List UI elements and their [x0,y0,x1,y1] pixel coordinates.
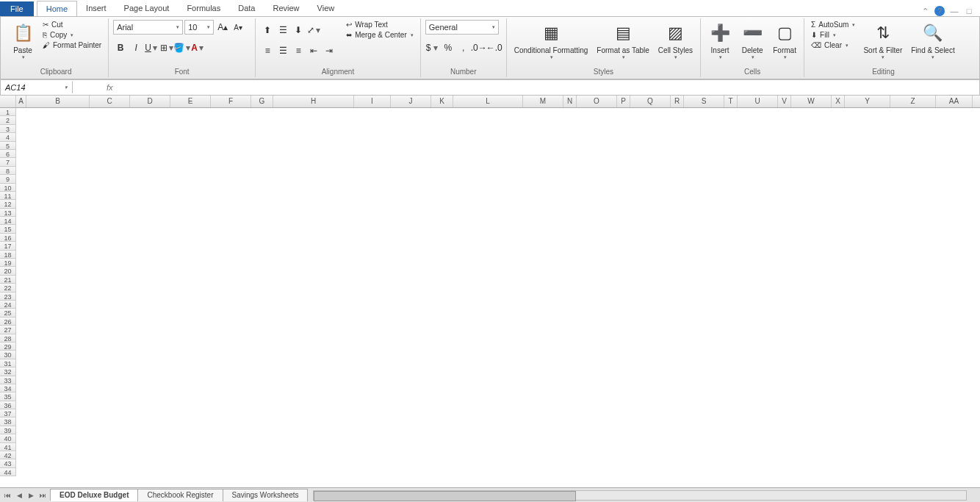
col-header-J[interactable]: J [391,96,431,107]
align-right-icon[interactable]: ≡ [291,43,306,58]
row-header-14[interactable]: 14 [0,217,16,225]
col-header-H[interactable]: H [273,96,354,107]
tab-data[interactable]: Data [229,1,264,16]
sheet-tab-savings-worksheets[interactable]: Savings Worksheets [223,489,309,501]
paste-button[interactable]: 📋 Paste▾ [8,20,37,62]
row-header-24[interactable]: 24 [0,301,16,309]
col-header-R[interactable]: R [671,96,684,107]
row-header-42[interactable]: 42 [0,451,16,459]
grow-font-icon[interactable]: A▴ [215,22,230,32]
decrease-decimal-icon[interactable]: ←.0 [487,40,502,55]
row-header-12[interactable]: 12 [0,200,16,208]
fill-button[interactable]: ⬇Fill▾ [809,30,857,40]
align-middle-icon[interactable]: ☰ [275,23,290,37]
row-header-34[interactable]: 34 [0,384,16,392]
col-header-Z[interactable]: Z [890,96,936,107]
col-header-D[interactable]: D [130,96,170,107]
find-select-button[interactable]: 🔍Find & Select▾ [908,20,957,62]
row-header-41[interactable]: 41 [0,443,16,451]
underline-button[interactable]: U▾ [144,40,159,55]
tab-review[interactable]: Review [264,1,308,16]
align-top-icon[interactable]: ⬆ [260,23,275,37]
indent-increase-icon[interactable]: ⇥ [322,43,336,58]
row-header-39[interactable]: 39 [0,426,16,434]
row-header-33[interactable]: 33 [0,376,16,384]
merge-center-button[interactable]: ⬌Merge & Center▾ [344,30,416,40]
sheet-nav[interactable]: ⏮ ◀ ▶ ⏭ [0,492,50,499]
fill-color-button[interactable]: 🪣▾ [175,40,190,55]
row-header-22[interactable]: 22 [0,284,16,292]
minimize-ribbon-icon[interactable]: ⌃ [920,6,930,16]
font-size-select[interactable]: 10▾ [184,20,214,35]
align-center-icon[interactable]: ☰ [275,43,290,58]
restore-icon[interactable]: □ [964,6,974,16]
font-family-select[interactable]: Arial▾ [113,20,183,35]
file-tab[interactable]: File [0,1,34,16]
next-sheet-icon[interactable]: ▶ [25,492,37,499]
row-header-26[interactable]: 26 [0,318,16,326]
col-header-AA[interactable]: AA [936,96,973,107]
col-header-U[interactable]: U [738,96,778,107]
row-header-7[interactable]: 7 [0,158,16,166]
col-header-W[interactable]: W [791,96,832,107]
row-header-3[interactable]: 3 [0,125,16,133]
col-header-E[interactable]: E [170,96,211,107]
row-header-18[interactable]: 18 [0,251,16,259]
insert-cells-button[interactable]: ➕Insert▾ [705,20,735,62]
col-header-M[interactable]: M [523,96,563,107]
row-header-28[interactable]: 28 [0,334,16,343]
last-sheet-icon[interactable]: ⏭ [37,492,48,499]
row-header-5[interactable]: 5 [0,142,16,150]
col-header-T[interactable]: T [724,96,738,107]
increase-decimal-icon[interactable]: .0→ [472,40,486,55]
first-sheet-icon[interactable]: ⏮ [1,492,13,499]
col-header-L[interactable]: L [453,96,523,107]
percent-icon[interactable]: % [441,40,455,55]
sheet-tab-eod-deluxe-budget[interactable]: EOD Deluxe Budget [50,489,138,501]
col-header-V[interactable]: V [778,96,791,107]
col-header-F[interactable]: F [211,96,251,107]
fx-icon[interactable]: fx [102,83,118,92]
row-header-19[interactable]: 19 [0,259,16,267]
row-header-10[interactable]: 10 [0,184,16,192]
help-icon[interactable]: ? [934,6,945,16]
sort-filter-button[interactable]: ⇅Sort & Filter▾ [860,20,905,62]
comma-icon[interactable]: , [456,40,471,55]
number-format-select[interactable]: General▾ [425,20,499,35]
prev-sheet-icon[interactable]: ◀ [13,492,25,499]
row-header-36[interactable]: 36 [0,401,16,409]
row-header-23[interactable]: 23 [0,293,16,301]
row-headers[interactable]: 1234567891011121314151617181920212223242… [0,108,16,478]
conditional-formatting-button[interactable]: ▦Conditional Formatting▾ [511,20,591,62]
italic-button[interactable]: I [129,40,143,55]
tab-home[interactable]: Home [37,1,77,16]
col-header-O[interactable]: O [577,96,617,107]
row-header-21[interactable]: 21 [0,276,16,284]
row-header-4[interactable]: 4 [0,133,16,141]
col-header-S[interactable]: S [684,96,724,107]
col-header-X[interactable]: X [832,96,845,107]
row-header-1[interactable]: 1 [0,108,16,116]
orientation-icon[interactable]: ⤢▾ [306,23,321,37]
currency-icon[interactable]: $▾ [425,40,440,55]
align-left-icon[interactable]: ≡ [260,43,275,58]
row-header-6[interactable]: 6 [0,150,16,158]
format-as-table-button[interactable]: ▤Format as Table▾ [594,20,652,62]
horizontal-scrollbar[interactable] [313,490,967,501]
row-header-8[interactable]: 8 [0,167,16,175]
autosum-button[interactable]: ΣAutoSum▾ [809,20,857,29]
row-header-40[interactable]: 40 [0,434,16,442]
shrink-font-icon[interactable]: A▾ [231,24,245,32]
row-header-43[interactable]: 43 [0,459,16,467]
row-header-9[interactable]: 9 [0,175,16,183]
format-cells-button[interactable]: ▢Format▾ [770,20,799,62]
row-header-37[interactable]: 37 [0,409,16,417]
column-headers[interactable]: ABCDEFGHIJKLMNOPQRSTUVWXYZAA [0,96,980,108]
row-header-35[interactable]: 35 [0,392,16,401]
row-header-27[interactable]: 27 [0,326,16,334]
row-header-31[interactable]: 31 [0,359,16,367]
col-header-I[interactable]: I [354,96,391,107]
align-bottom-icon[interactable]: ⬇ [291,23,306,37]
indent-decrease-icon[interactable]: ⇤ [306,43,321,58]
tab-insert[interactable]: Insert [77,1,115,16]
